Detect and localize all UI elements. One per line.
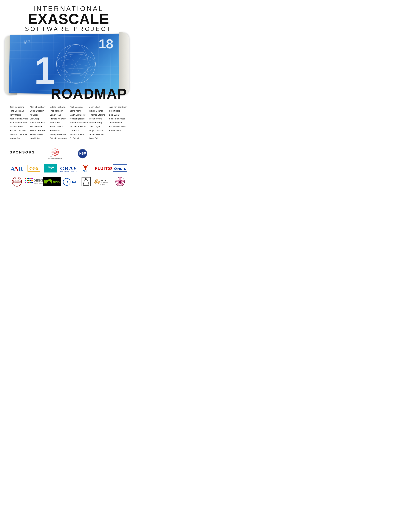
name-item: Fred Johnson: [50, 109, 68, 113]
svg-text:The University: The University: [100, 182, 108, 183]
name-item: Barbara Chapman: [10, 133, 28, 136]
name-item: Rajeev Thakur: [89, 129, 108, 132]
name-item: Xuebin Chi: [10, 137, 28, 140]
name-item: Robert Wisniewski: [109, 125, 127, 128]
svg-point-79: [30, 182, 31, 183]
name-item: Michael Heroux: [30, 129, 48, 132]
name-item: Pete Beckman: [10, 109, 28, 113]
name-item: Sanjay Kale: [50, 113, 68, 117]
name-item: Thomas Sterling: [89, 113, 108, 117]
name-item: Aad van der Steen: [109, 105, 127, 109]
svg-line-13: [87, 34, 87, 94]
anr-logo: A N R: [10, 163, 24, 173]
genci-logo: GENCI GRAND EQUIPEMENT NATIONAL DE CALCU…: [27, 177, 43, 187]
name-item: Jeffrey Vetter: [109, 121, 127, 124]
names-column-6: Aad van der Steen Fred Streitz Bob Sugar…: [109, 105, 127, 140]
roadmap-section: ROADMAP: [0, 86, 137, 102]
svg-point-71: [25, 180, 26, 181]
name-item: Dan Reed: [69, 129, 88, 132]
sponsors-header: SPONSORS: [10, 150, 35, 154]
name-item: Satoshi Matsuoka: [50, 137, 68, 140]
svg-text:東京大学: 東京大学: [100, 180, 106, 181]
title-roadmap: ROADMAP: [0, 86, 127, 102]
svg-text:FUJITSU: FUJITSU: [95, 166, 112, 171]
riken-logo: R IKEN: [62, 177, 76, 187]
name-item: Mitsuhisa Sato: [69, 133, 88, 136]
name-item: Bill Kramer: [50, 121, 68, 124]
name-item: Alok Choudhary: [30, 105, 48, 109]
svg-text:cea: cea: [29, 166, 38, 171]
svg-text:R: R: [65, 180, 68, 184]
doe-logo: DOE Office of Science U.S. Department of…: [48, 148, 62, 159]
name-item: Al Geist: [30, 113, 48, 117]
svg-text:DE CALCUL INTENSIF: DE CALCUL INTENSIF: [34, 184, 44, 185]
name-item: Yutaka Ishikawa: [50, 105, 68, 109]
name-item: Barney Maccabe: [50, 133, 68, 136]
name-item: Hiroshi Nakashima: [69, 121, 88, 124]
svg-line-2: [9, 58, 122, 58]
name-item: John Shalf: [89, 105, 108, 109]
nvidia-logo: NVIDIA: [45, 177, 60, 187]
svg-line-3: [9, 66, 122, 66]
name-item: Mark Hereld: [30, 125, 48, 128]
svg-point-78: [28, 182, 29, 183]
svg-text:GRAND EQUIPEMENT NATIONAL: GRAND EQUIPEMENT NATIONAL: [34, 183, 44, 184]
svg-text:筑波大学: 筑波大学: [118, 185, 122, 186]
name-item: Shinji Sumimoto: [109, 117, 127, 121]
names-column-4: Paul Messina Bernd Mohr Matthias Mueller…: [69, 105, 88, 140]
name-item: Rick Stevens: [89, 117, 108, 121]
name-item: Michael E. Papka: [69, 125, 88, 128]
svg-line-22: [81, 66, 91, 76]
cryo-logo: ergo Σ: [44, 163, 58, 173]
name-item: Bob Lucas: [50, 129, 68, 132]
svg-text:of Tokyo: of Tokyo: [100, 184, 105, 185]
svg-text:UNIVERSITY: UNIVERSITY: [14, 182, 20, 183]
sponsors-row2: A N R cea ergo Σ CRAY THE SUPE: [10, 163, 127, 173]
edf-logo: eDF: [78, 163, 93, 173]
svg-text:CRAY: CRAY: [60, 165, 77, 171]
name-item: Koh Hotta: [30, 137, 48, 140]
name-item: Jack Dongarra: [10, 105, 28, 109]
name-item: Jean-Yves Berthou: [10, 121, 28, 124]
svg-text:DOE: DOE: [54, 152, 56, 153]
name-item: Kathy Yelick: [109, 129, 127, 132]
svg-line-8: [31, 35, 31, 94]
sponsors-section: SPONSORS DOE Office of Science U.S. Depa…: [0, 145, 137, 190]
name-item: John Taylor: [89, 125, 108, 128]
svg-point-103: [119, 177, 121, 180]
name-item: Robert Harrison: [30, 121, 48, 124]
svg-point-76: [25, 182, 26, 183]
name-item: Wolfgang Nagel: [69, 117, 88, 121]
names-column-5: John Shalf David Skinner Thomas Sterling…: [89, 105, 108, 140]
svg-line-28: [76, 64, 90, 66]
svg-text:Σ: Σ: [50, 170, 51, 172]
fujitsu-logo: FUJITSU: [95, 163, 110, 173]
title-exascale: EXASCALE: [10, 13, 127, 26]
svg-text:eDF: eDF: [83, 170, 88, 172]
svg-line-30: [70, 64, 76, 76]
cray-logo: CRAY THE SUPERCOMPUTER COMPANY: [60, 163, 76, 173]
svg-point-70: [31, 178, 33, 179]
name-item: Bill Gropp: [30, 117, 48, 121]
svg-text:INRIA: INRIA: [116, 167, 126, 171]
name-item: Bob Sugar: [109, 113, 127, 117]
header-section: INTERNATIONAL EXASCALE SOFTWARE PROJECT: [0, 0, 137, 32]
name-item: Fred Streitz: [109, 109, 127, 113]
names-section: Jack Dongarra Pete Beckman Terry Moore J…: [0, 102, 137, 143]
svg-point-73: [28, 180, 29, 181]
svg-point-94: [97, 179, 98, 181]
svg-line-7: [20, 35, 21, 93]
names-column-1: Jack Dongarra Pete Beckman Terry Moore J…: [10, 105, 28, 140]
svg-text:NVIDIA: NVIDIA: [53, 181, 61, 184]
name-item: William Tang: [89, 121, 108, 124]
name-item: Adolfy Hoisie: [30, 133, 48, 136]
svg-point-66: [25, 178, 26, 179]
svg-point-80: [31, 182, 33, 183]
name-item: Richard Kenway: [50, 117, 68, 121]
svg-point-69: [30, 178, 31, 179]
svg-line-31: [62, 64, 76, 66]
name-item: Taisuke Boku: [10, 125, 28, 128]
svg-text:18: 18: [98, 37, 113, 51]
name-item: Matthias Mueller: [69, 113, 88, 117]
cea-logo: cea: [27, 163, 41, 173]
